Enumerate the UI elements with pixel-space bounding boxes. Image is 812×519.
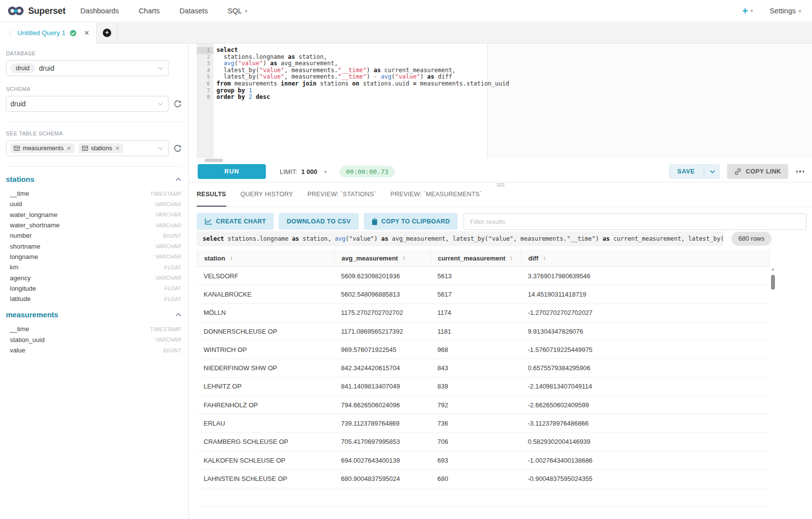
remove-chip-icon[interactable]: ✕ [115, 145, 120, 152]
column-header-current-measurement[interactable]: current_measurement ▲▼ [431, 250, 521, 266]
column-header-diff[interactable]: diff ▲▼ [521, 250, 769, 266]
sort-icon[interactable]: ▲▼ [543, 256, 546, 260]
table-row[interactable]: ERLAU 739.1123789764869 736 -3.112378976… [197, 414, 769, 432]
line-number: 8 [197, 94, 214, 101]
new-item-button[interactable]: +▾ [742, 6, 753, 16]
main-nav: Dashboards Charts Datasets SQL▾ [80, 7, 247, 15]
column-header-avg-measurement[interactable]: avg_measurement ▲▼ [335, 250, 431, 266]
close-tab-icon[interactable]: ✕ [81, 29, 89, 37]
link-icon [734, 168, 742, 175]
tab-preview-stations[interactable]: PREVIEW: `STATIONS` [307, 182, 376, 207]
scroll-up-icon[interactable]: ▲ [770, 267, 776, 271]
nav-sql-menu[interactable]: SQL▾ [228, 7, 248, 15]
nav-dashboards[interactable]: Dashboards [80, 7, 119, 15]
column-header-station[interactable]: station ▲▼ [197, 250, 335, 266]
cell-current-measurement: 680 [430, 475, 521, 482]
executed-query-preview[interactable]: select stations.longname as station, avg… [197, 231, 724, 246]
superset-logo[interactable]: Superset [7, 5, 65, 17]
table-row[interactable]: MÖLLN 1175.2702702702702 1174 -1.2702702… [197, 304, 769, 322]
results-table-header: station ▲▼ avg_measurement ▲▼ current_me… [197, 250, 769, 267]
create-chart-button[interactable]: CREATE CHART [197, 213, 274, 230]
brand-name: Superset [28, 6, 65, 16]
collapse-icon[interactable] [175, 313, 181, 317]
sort-icon[interactable]: ▲▼ [510, 256, 513, 260]
remove-chip-icon[interactable]: ✕ [67, 145, 71, 152]
chevron-down-icon [158, 67, 163, 70]
column-type: FLOAT [164, 285, 181, 291]
collapse-icon[interactable] [175, 177, 181, 181]
limit-dropdown[interactable]: LIMIT: 1 000 ▾ [280, 168, 327, 175]
table-row[interactable]: KALKOFEN SCHLEUSE OP 694.0027643400139 6… [197, 451, 769, 470]
results-table-body: VELSDORF 5609.623098201936 5613 3.376901… [197, 267, 769, 488]
save-button[interactable]: SAVE [669, 164, 705, 179]
table-row[interactable]: WINTRICH OP 969.576071922545 968 -1.5760… [197, 341, 769, 359]
drag-handle-icon[interactable]: ⋮ [7, 31, 13, 36]
line-number: 4 [197, 67, 214, 74]
table-section-measurements[interactable]: measurements [6, 310, 181, 319]
copy-clipboard-button[interactable]: COPY TO CLIPBOARD [364, 213, 458, 230]
more-options-icon[interactable] [796, 171, 805, 173]
cell-avg-measurement: 5609.623098201936 [334, 272, 430, 280]
results-scrollbar[interactable]: ▲ ▼ [770, 267, 776, 519]
database-label: DATABASE [6, 50, 182, 56]
query-timer-badge: 00:00:00.73 [340, 166, 395, 177]
column-name: __time [10, 190, 29, 197]
save-options-button[interactable] [704, 164, 720, 179]
database-select[interactable]: druid druid [6, 60, 169, 76]
download-csv-button[interactable]: DOWNLOAD TO CSV [279, 213, 358, 230]
filter-results-input[interactable] [464, 213, 807, 230]
run-button[interactable]: RUN [198, 164, 266, 179]
cell-current-measurement: 736 [430, 420, 521, 427]
save-split-button: SAVE [669, 164, 721, 179]
table-chip-stations[interactable]: stations ✕ [79, 143, 123, 153]
schema-select[interactable]: druid [6, 96, 169, 112]
schema-column-row: __time TIMESTAMP [6, 188, 182, 199]
cell-avg-measurement: 794.6626506024096 [334, 401, 430, 409]
cell-current-measurement: 843 [430, 364, 521, 372]
tab-preview-measurements[interactable]: PREVIEW: `MEASUREMENTS` [390, 182, 482, 207]
editor-toolbar: RUN LIMIT: 1 000 ▾ 00:00:00.73 SAVE [198, 164, 804, 179]
schema-column-row: km FLOAT [6, 262, 182, 272]
table-chip-measurements[interactable]: measurements ✕ [10, 143, 75, 153]
stations-columns: __time TIMESTAMP uuid VARCHAR water_long… [6, 188, 182, 304]
column-type: VARCHAR [155, 275, 181, 281]
tab-query-history[interactable]: QUERY HISTORY [241, 182, 293, 207]
table-row[interactable]: DONNERSCHLEUSE OP 1171.0869565217392 118… [197, 322, 769, 341]
line-number: 2 [197, 54, 214, 61]
copy-link-button[interactable]: COPY LINK [727, 164, 788, 179]
sort-icon[interactable]: ▲▼ [402, 256, 405, 260]
table-row[interactable]: FAHRENHOLZ OP 794.6626506024096 792 -2.6… [197, 396, 769, 414]
cell-station: VELSDORF [197, 272, 334, 280]
nav-datasets[interactable]: Datasets [179, 7, 208, 15]
table-row[interactable]: VELSDORF 5609.623098201936 5613 3.376901… [197, 267, 769, 285]
table-schema-select[interactable]: measurements ✕ stations ✕ [6, 140, 169, 156]
code-line: 1 select [197, 47, 812, 54]
cell-station: MÖLLN [197, 309, 334, 316]
refresh-tables-icon[interactable] [173, 144, 182, 153]
table-section-stations[interactable]: stations [6, 175, 181, 183]
chart-icon [205, 218, 212, 225]
cell-diff: -1.0027643400138686 [521, 457, 769, 464]
table-row[interactable]: CRAMBERG SCHLEUSE OP 705.4170697995853 7… [197, 433, 769, 451]
cell-avg-measurement: 969.576071922545 [334, 346, 430, 353]
sql-code-editor[interactable]: 1 select 2 stations.longname as station,… [189, 43, 812, 158]
tab-results[interactable]: RESULTS [197, 182, 226, 207]
cell-diff: -2.1409813407049114 [521, 383, 769, 390]
code-line: 5 latest_by("value", measurements."__tim… [197, 74, 812, 81]
table-row[interactable]: NIEDERFINOW SHW OP 842.3424420615704 843… [197, 359, 769, 377]
schema-column-row: number BIGINT [6, 230, 182, 241]
query-tab-active[interactable]: ⋮ Untitled Query 1 ✕ [0, 22, 97, 43]
schema-column-row: water_longname VARCHAR [6, 210, 182, 220]
add-tab-button[interactable]: + [103, 29, 111, 37]
table-row[interactable]: LEHNITZ OP 841.1409813407049 839 -2.1409… [197, 378, 769, 396]
caret-down-icon: ▾ [799, 8, 801, 14]
sort-icon[interactable]: ▲▼ [230, 256, 233, 260]
scrollbar-thumb[interactable] [771, 275, 775, 290]
table-row[interactable]: KANALBRÜCKE 5602.548096885813 5617 14.45… [197, 285, 769, 303]
settings-menu[interactable]: Settings▾ [770, 7, 801, 15]
nav-charts[interactable]: Charts [139, 7, 160, 15]
table-row[interactable]: LAHNSTEIN SCHLEUSE OP 680.9004837595024 … [197, 470, 769, 488]
column-type: FLOAT [164, 264, 181, 270]
refresh-schema-icon[interactable] [173, 100, 182, 108]
editor-hscrollbar[interactable] [205, 159, 223, 162]
